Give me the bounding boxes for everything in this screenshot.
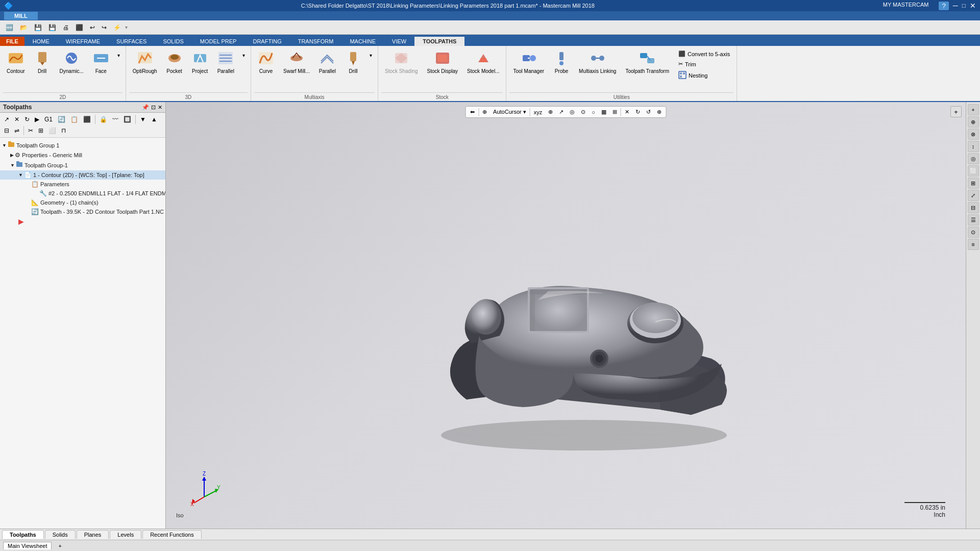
face-button[interactable]: Face — [89, 49, 113, 77]
tree-item-endmill[interactable]: ▶ 🔧 #2 - 0.2500 ENDMILL1 FLAT - 1/4 FLAT… — [0, 189, 165, 198]
minimize-button[interactable]: ─ — [953, 2, 958, 10]
project-button[interactable]: Project — [188, 49, 212, 77]
cut-path-btn[interactable]: ⊟ — [2, 126, 11, 136]
trim-button[interactable]: ✂ Trim — [675, 59, 733, 69]
cursor-btn6[interactable]: ○ — [589, 108, 598, 116]
select-all-button[interactable]: ↗ — [2, 114, 11, 124]
regen-button[interactable]: ↻ — [22, 114, 32, 124]
tool-manager-button[interactable]: Tool Manager — [509, 49, 548, 77]
drill-button[interactable]: Drill — [31, 49, 54, 77]
snap-button[interactable]: ⊕ — [480, 108, 489, 116]
cursor-btn3[interactable]: ↗ — [556, 108, 566, 116]
deselect-button[interactable]: ✕ — [12, 114, 21, 124]
panel-float-button[interactable]: ⊡ — [151, 104, 156, 111]
tab-planes-bottom[interactable]: Planes — [77, 530, 109, 539]
tab-toolpaths-bottom[interactable]: Toolpaths — [2, 530, 44, 539]
highlight-button[interactable]: ⬛ — [81, 114, 93, 124]
cursor-btn10[interactable]: ↻ — [633, 108, 643, 116]
mill-tab-label[interactable]: MILL — [4, 12, 38, 20]
sidebar-btn-2[interactable]: ⊕ — [968, 116, 979, 128]
parallel-3d-button[interactable]: Parallel — [214, 49, 238, 77]
cursor-btn2[interactable]: ⊕ — [546, 108, 555, 116]
tab-transform[interactable]: TRANSFORM — [290, 37, 342, 46]
tab-file[interactable]: FILE — [0, 37, 24, 46]
toolpath-transform-button[interactable]: Toolpath Transform — [622, 49, 673, 77]
tab-solids-bottom[interactable]: Solids — [45, 530, 76, 539]
sidebar-btn-3[interactable]: ⊗ — [968, 129, 979, 140]
mirror-btn[interactable]: ⇌ — [12, 126, 21, 136]
open-button[interactable]: 📂 — [17, 22, 30, 33]
tab-surfaces[interactable]: SURFACES — [108, 37, 155, 46]
wave-button[interactable]: 〰 — [110, 114, 120, 124]
tree-item-geometry[interactable]: ▶ 📐 Geometry - (1) chain(s) — [0, 198, 165, 207]
nest-btn[interactable]: ⊞ — [36, 126, 45, 136]
tab-home[interactable]: HOME — [24, 37, 58, 46]
pocket-button[interactable]: Pocket — [163, 49, 186, 77]
stock-shading-button[interactable]: Stock Shading — [381, 49, 422, 77]
tree-item-play[interactable]: ▶ — [0, 216, 165, 227]
run-button[interactable]: ⚡ — [111, 22, 124, 33]
save-button[interactable]: 💾 — [32, 22, 44, 33]
tab-levels-bottom[interactable]: Levels — [110, 530, 141, 539]
optirough-button[interactable]: OptiRough — [129, 49, 161, 77]
autocursor-dropdown[interactable]: AutoCursor ▾ — [491, 108, 529, 116]
curve-button[interactable]: Curve — [254, 49, 278, 77]
sidebar-btn-8[interactable]: ⤢ — [968, 190, 979, 201]
save-as-button[interactable]: 💾 — [46, 22, 59, 33]
tree-item-params[interactable]: ▶ 📋 Parameters — [0, 180, 165, 189]
my-mastercam-link[interactable]: MY MASTERCAM — [883, 2, 929, 10]
main-viewsheet-tab[interactable]: Main Viewsheet — [3, 542, 52, 549]
tree-item-group1[interactable]: ▼ Toolpath Group 1 — [0, 140, 165, 151]
backplot-button[interactable]: 🔄 — [56, 114, 67, 124]
tab-machine[interactable]: MACHINE — [341, 37, 384, 46]
cursor-btn11[interactable]: ↺ — [644, 108, 653, 116]
arrow-down-btn[interactable]: ▼ — [138, 114, 148, 124]
scissor-btn[interactable]: ✂ — [26, 126, 35, 136]
misc-button[interactable]: ⬛ — [73, 22, 86, 33]
corner-btn[interactable]: ⊓ — [59, 126, 68, 136]
sidebar-btn-7[interactable]: ⊞ — [968, 178, 979, 189]
cursor-btn7[interactable]: ▦ — [599, 108, 609, 116]
multiaxis-linking-button[interactable]: Multiaxis Linking — [575, 49, 620, 77]
3d-expand-button[interactable]: ▾ — [240, 51, 248, 60]
viewport[interactable]: ⬅ ⊕ AutoCursor ▾ xyz ⊕ ↗ ◎ ⊙ ○ ▦ ⊞ ✕ ↻ ↺… — [166, 102, 966, 529]
sidebar-btn-6[interactable]: ⬜ — [968, 165, 979, 177]
maximize-button[interactable]: □ — [962, 2, 966, 10]
layer-button[interactable]: 🔲 — [121, 114, 133, 124]
print-button[interactable]: 🖨 — [60, 22, 71, 33]
redo-button[interactable]: ↪ — [99, 22, 109, 33]
cursor-btn5[interactable]: ⊙ — [578, 108, 588, 116]
tab-solids[interactable]: SOLIDS — [155, 37, 191, 46]
tree-item-subgroup[interactable]: ▼ Toolpath Group-1 — [0, 160, 165, 170]
probe-button[interactable]: Probe — [550, 49, 573, 77]
dynamic-button[interactable]: Dynamic... — [56, 49, 87, 77]
multiaxis-expand-button[interactable]: ▾ — [367, 51, 375, 60]
tree-item-toolpath[interactable]: ▶ 🔄 Toolpath - 39.5K - 2D Contour Toolpa… — [0, 207, 165, 216]
parallel-multi-button[interactable]: Parallel — [315, 49, 339, 77]
tab-toolpaths[interactable]: TOOLPATHS — [414, 37, 464, 46]
simulate-button[interactable]: G1 — [42, 114, 55, 124]
tab-view[interactable]: VIEW — [384, 37, 414, 46]
close-button[interactable]: ✕ — [970, 2, 976, 10]
tab-recent-functions-bottom[interactable]: Recent Functions — [142, 530, 202, 539]
cursor-btn9[interactable]: ✕ — [622, 108, 632, 116]
arrow-up-btn[interactable]: ▲ — [149, 114, 159, 124]
2d-expand-button[interactable]: ▾ — [115, 51, 122, 60]
nesting-button[interactable]: Nesting — [675, 69, 733, 82]
add-viewsheet-button[interactable]: + — [55, 542, 65, 550]
help-button[interactable]: ? — [939, 2, 948, 10]
cursor-btn1[interactable]: xyz — [531, 108, 545, 116]
sidebar-btn-1[interactable]: + — [968, 104, 979, 115]
stock-model-button[interactable]: Stock Model... — [463, 49, 503, 77]
contour-button[interactable]: Contour — [3, 49, 29, 77]
new-button[interactable]: 🆕 — [3, 22, 16, 33]
sidebar-btn-10[interactable]: ☰ — [968, 214, 979, 226]
swarf-mill-button[interactable]: Swarf Mill... — [280, 49, 313, 77]
tree-item-contour[interactable]: ▼ 📄 1 - Contour (2D) - [WCS: Top] - [Tpl… — [0, 170, 165, 180]
post-button[interactable]: 📋 — [68, 114, 80, 124]
cursor-btn8[interactable]: ⊞ — [610, 108, 620, 116]
sidebar-btn-9[interactable]: ⊟ — [968, 202, 979, 213]
sidebar-btn-11[interactable]: ⊙ — [968, 227, 979, 238]
drill-multi-button[interactable]: Drill — [341, 49, 365, 77]
verify-button[interactable]: ▶ — [33, 114, 41, 124]
